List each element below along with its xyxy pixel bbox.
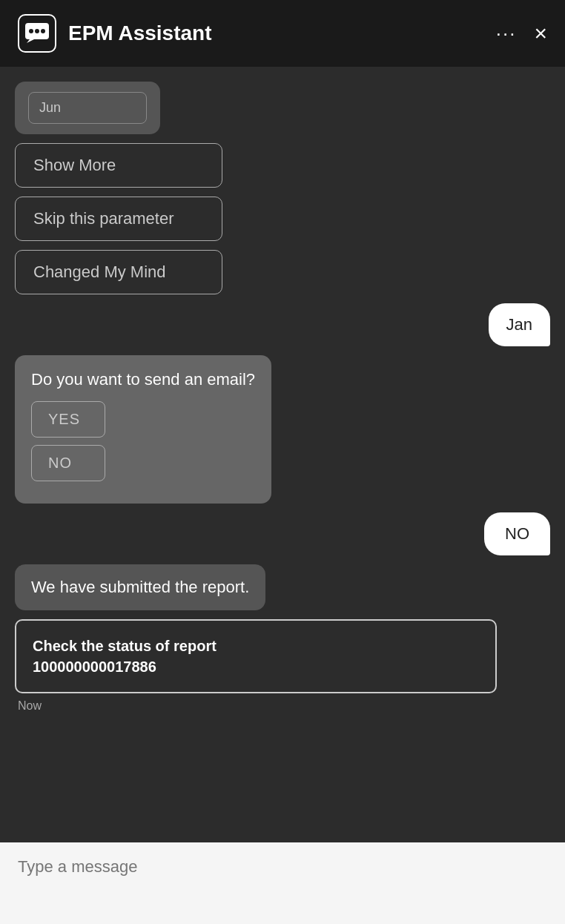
partial-bot-bubble [15,82,160,134]
chat-area: Show More Skip this parameter Changed My… [0,67,565,842]
user-message-jan: Jan [489,303,550,346]
check-status-label: Check the status of report10000000001788… [33,638,217,675]
action-buttons-group: Show More Skip this parameter Changed My… [15,143,222,294]
svg-point-2 [35,29,39,33]
check-status-button[interactable]: Check the status of report10000000001788… [15,619,497,693]
skip-parameter-button[interactable]: Skip this parameter [15,197,222,241]
no-button[interactable]: NO [31,445,105,481]
svg-point-3 [41,29,45,33]
user-message-no: NO [484,512,550,555]
changed-mind-button[interactable]: Changed My Mind [15,250,222,294]
partial-input[interactable] [28,92,147,124]
submitted-text: We have submitted the report. [31,578,249,596]
input-area [0,842,565,924]
email-question-bubble: Do you want to send an email? YES NO [15,355,271,504]
email-question-text: Do you want to send an email? [31,370,255,389]
message-input[interactable] [18,857,547,877]
close-icon[interactable]: × [534,21,547,46]
yes-button[interactable]: YES [31,401,105,438]
more-options-icon[interactable]: ··· [496,22,517,45]
header-actions: ··· × [496,21,547,46]
chat-app-icon [18,14,56,53]
timestamp: Now [15,699,42,713]
header-title: EPM Assistant [68,22,496,45]
show-more-button[interactable]: Show More [15,143,222,188]
submitted-report-bubble: We have submitted the report. [15,564,265,610]
chat-header: EPM Assistant ··· × [0,0,565,67]
svg-point-1 [29,29,33,33]
